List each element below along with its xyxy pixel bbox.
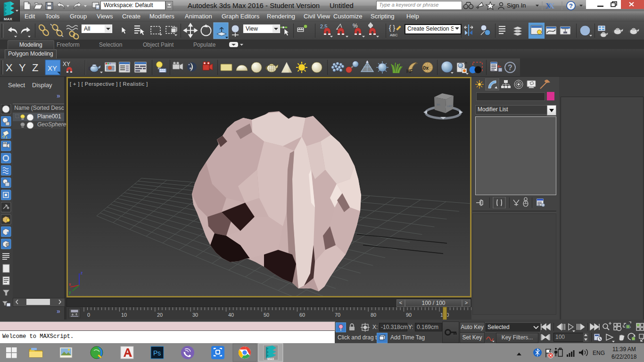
svg-text:0x: 0x [423, 65, 429, 71]
svg-text:MAX: MAX [4, 17, 12, 21]
svg-text:{ }: { } [389, 24, 396, 32]
svg-text:Y: Y [19, 62, 26, 74]
svg-text:X: X [549, 1, 555, 10]
svg-text:y: y [69, 290, 71, 295]
svg-text:11:39 AM: 11:39 AM [612, 346, 636, 353]
svg-text:LEFT: LEFT [447, 105, 454, 107]
svg-text:Z: Z [32, 62, 38, 74]
svg-text:Sign In: Sign In [507, 2, 526, 9]
svg-text:Ps: Ps [153, 349, 161, 357]
svg-text:z: z [81, 271, 83, 275]
svg-text:MAX: MAX [267, 357, 274, 361]
svg-text:XY: XY [63, 61, 70, 67]
svg-text:6/22/2018: 6/22/2018 [611, 354, 637, 360]
svg-text:HF: HF [406, 69, 413, 74]
svg-text:?: ? [508, 64, 512, 72]
svg-text:ABC: ABC [390, 33, 398, 37]
svg-text:BK: BK [437, 103, 440, 106]
svg-text:x: x [69, 282, 71, 287]
svg-text:ENG: ENG [593, 350, 605, 356]
svg-text:X: X [6, 62, 13, 74]
svg-text:?: ? [569, 2, 573, 9]
svg-text:XY: XY [48, 64, 57, 72]
